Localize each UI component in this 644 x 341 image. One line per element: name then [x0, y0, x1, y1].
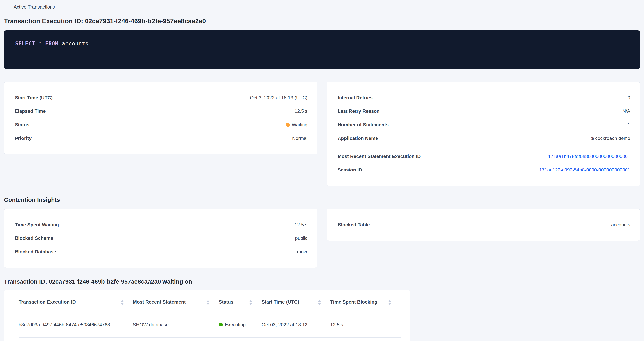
sql-asterisk: *	[38, 40, 42, 46]
column-label: Most Recent Statement	[133, 299, 186, 308]
cell-time-spent-blocking: 12.5 s	[330, 312, 400, 338]
sql-keyword-from: FROM	[45, 40, 58, 46]
session-id-link[interactable]: 171aa122-c092-54b8-0000-000000000001	[539, 167, 630, 173]
elapsed-time-label: Elapsed Time	[15, 108, 46, 114]
column-label: Time Spent Blocking	[330, 299, 377, 308]
priority-value: Normal	[292, 135, 308, 141]
contention-insights-heading: Contention Insights	[4, 196, 640, 203]
application-name-row: Application Name $ cockroach demo	[338, 132, 630, 145]
blocked-table-row: Blocked Table accounts	[338, 218, 630, 232]
status-value: Waiting	[292, 122, 308, 128]
application-name-value: $ cockroach demo	[591, 135, 630, 141]
sort-icon[interactable]	[318, 299, 321, 305]
internal-retries-value: 0	[628, 95, 630, 100]
status-executing-dot	[219, 323, 223, 327]
back-arrow-icon[interactable]: ←	[4, 4, 10, 10]
blocked-schema-value: public	[295, 236, 308, 241]
number-of-statements-label: Number of Statements	[338, 122, 389, 128]
column-header-time-spent-blocking[interactable]: Time Spent Blocking	[330, 290, 400, 312]
table-header-row: Transaction Execution ID Most Recent Sta…	[19, 290, 400, 312]
column-header-start-time[interactable]: Start Time (UTC)	[262, 290, 330, 312]
table-row[interactable]: b8d7d03a-d497-446b-8474-e50846674768 SHO…	[19, 312, 400, 338]
start-time-row: Start Time (UTC) Oct 3, 2022 at 18:13 (U…	[15, 91, 308, 104]
number-of-statements-row: Number of Statements 1	[338, 118, 630, 132]
statement-execution-id-row: Most Recent Statement Execution ID 171aa…	[338, 150, 630, 163]
blocked-database-row: Blocked Database movr	[15, 245, 308, 259]
start-time-label: Start Time (UTC)	[15, 95, 52, 100]
column-header-most-recent-statement[interactable]: Most Recent Statement	[133, 290, 219, 312]
contention-section: Time Spent Waiting 12.5 s Blocked Schema…	[4, 209, 640, 268]
elapsed-time-value: 12.5 s	[294, 108, 308, 114]
contention-waiting-card: Time Spent Waiting 12.5 s Blocked Schema…	[4, 209, 317, 268]
back-link-label[interactable]: Active Transactions	[14, 4, 55, 10]
sort-icon[interactable]	[249, 299, 252, 305]
column-label: Status	[219, 299, 233, 308]
column-header-status[interactable]: Status	[219, 290, 262, 312]
column-header-transaction-execution-id[interactable]: Transaction Execution ID	[19, 290, 133, 312]
sql-statement-box: SELECT * FROM accounts	[4, 30, 640, 69]
internal-retries-label: Internal Retries	[338, 95, 372, 100]
status-label: Status	[15, 122, 30, 128]
status-row: Status Waiting	[15, 118, 308, 132]
cell-transaction-execution-id: b8d7d03a-d497-446b-8474-e50846674768	[19, 312, 133, 338]
active-transaction-details-page: ← Active Transactions Transaction Execut…	[0, 0, 644, 341]
column-label: Transaction Execution ID	[19, 299, 76, 308]
waiting-on-table: Transaction Execution ID Most Recent Sta…	[19, 290, 400, 338]
statement-execution-id-label: Most Recent Statement Execution ID	[338, 154, 421, 159]
status-waiting-dot	[286, 123, 290, 127]
back-to-active-transactions-link[interactable]: ← Active Transactions	[4, 3, 55, 11]
blocked-database-label: Blocked Database	[15, 249, 56, 255]
priority-label: Priority	[15, 135, 32, 141]
card-divider	[338, 147, 630, 147]
session-id-label: Session ID	[338, 167, 362, 173]
transaction-times-card: Start Time (UTC) Oct 3, 2022 at 18:13 (U…	[4, 82, 317, 154]
page-title: Transaction Execution ID: 02ca7931-f246-…	[4, 17, 640, 25]
time-spent-waiting-value: 12.5 s	[294, 222, 308, 228]
status-badge: Waiting	[286, 122, 308, 128]
blocked-schema-row: Blocked Schema public	[15, 232, 308, 245]
sort-icon[interactable]	[206, 299, 210, 305]
cell-start-time: Oct 03, 2022 at 18:12	[262, 312, 330, 338]
sort-icon[interactable]	[120, 299, 124, 305]
transaction-meta-card: Internal Retries 0 Last Retry Reason N/A…	[327, 82, 640, 186]
statement-execution-id-link[interactable]: 171aa1b478fdf0e80000000000000001	[548, 154, 630, 159]
cell-most-recent-statement: SHOW database	[133, 312, 219, 338]
waiting-on-table-card: Transaction Execution ID Most Recent Sta…	[4, 290, 410, 341]
contention-blocked-table-card: Blocked Table accounts	[327, 209, 640, 241]
column-label: Start Time (UTC)	[262, 299, 299, 308]
priority-row: Priority Normal	[15, 132, 308, 145]
number-of-statements-value: 1	[628, 122, 630, 128]
row-status-badge: Executing	[219, 322, 246, 327]
overview-section: Start Time (UTC) Oct 3, 2022 at 18:13 (U…	[4, 82, 640, 186]
waiting-on-heading: Transaction ID: 02ca7931-f246-469b-b2fe-…	[4, 278, 640, 285]
internal-retries-row: Internal Retries 0	[338, 91, 630, 104]
session-id-row: Session ID 171aa122-c092-54b8-0000-00000…	[338, 163, 630, 177]
start-time-value: Oct 3, 2022 at 18:13 (UTC)	[250, 95, 308, 100]
elapsed-time-row: Elapsed Time 12.5 s	[15, 104, 308, 118]
last-retry-reason-label: Last Retry Reason	[338, 108, 380, 114]
time-spent-waiting-label: Time Spent Waiting	[15, 222, 59, 228]
blocked-schema-label: Blocked Schema	[15, 236, 53, 241]
time-spent-waiting-row: Time Spent Waiting 12.5 s	[15, 218, 308, 232]
blocked-table-value: accounts	[611, 222, 630, 228]
last-retry-reason-row: Last Retry Reason N/A	[338, 104, 630, 118]
last-retry-reason-value: N/A	[622, 108, 630, 114]
sql-table-identifier: accounts	[62, 40, 88, 46]
application-name-label: Application Name	[338, 135, 378, 141]
row-status-value: Executing	[225, 322, 246, 327]
cell-status: Executing	[219, 312, 262, 338]
sort-icon[interactable]	[388, 299, 392, 305]
blocked-database-value: movr	[297, 249, 308, 255]
sql-keyword-select: SELECT	[15, 40, 35, 46]
blocked-table-label: Blocked Table	[338, 222, 370, 228]
